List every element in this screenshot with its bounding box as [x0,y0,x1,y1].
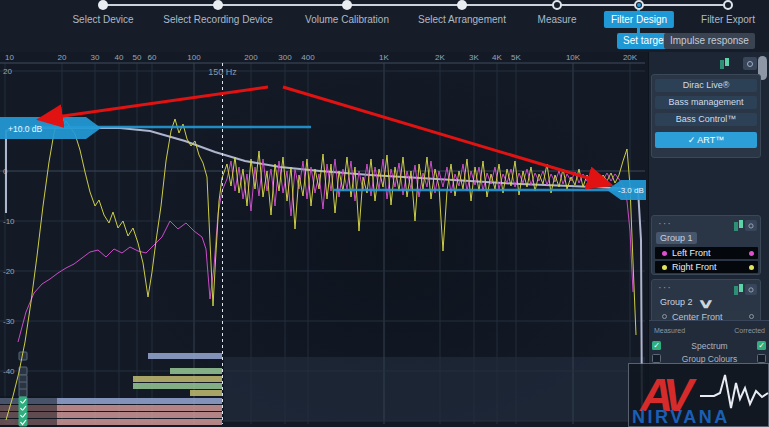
speaker-checkbox[interactable] [19,389,27,397]
freq-tick-label: 300 [278,53,292,62]
av-nirvana-logo: AV NIRVANA [628,363,769,427]
freq-tick-label: 20K [623,53,638,62]
freq-tick-label: 50 [133,53,142,62]
target-handle-plus10-label: +10.0 dB [8,124,43,134]
group-card-1: ···Group 1Left FrontRight Front [651,215,761,275]
frequency-response-chart[interactable]: 1020304050601002003004001K2K3K4K5K10K20K… [0,52,648,427]
speaker-name: Right Front [672,262,717,272]
freq-tick-label: 100 [187,53,201,62]
freq-tick-label: 200 [244,53,258,62]
subtab-impulse-response[interactable]: Impulse response [664,33,755,49]
freq-tick-label: 20 [58,53,67,62]
speaker-color-dot [749,265,754,270]
measured-column-label: Measured [654,327,685,334]
group-menu-icon[interactable]: ··· [658,219,672,227]
group-name[interactable]: Group 1 [656,232,697,244]
dirac-live-window: { "nav": { "steps": [ {"label":"Select D… [0,0,769,427]
logo-nirvana-text: NIRVANA [632,407,730,427]
speaker-range-bar [190,390,222,396]
freq-tick-label: 4K [492,53,502,62]
freq-tick-label: 400 [301,53,315,62]
legend-checkbox-corrected-spectrum[interactable]: ✓ [757,341,766,350]
step-label-measure[interactable]: Measure [538,14,577,25]
db-tick-label: 20 [3,67,12,76]
tech-button-diraclive[interactable]: Dirac Live® [655,79,757,92]
speaker-range-bar [133,376,222,382]
freq-tick-label: 3K [469,53,479,62]
step-label-filter-export[interactable]: Filter Export [701,14,755,25]
speaker-color-dot [662,265,667,270]
freq-tick-label: 10 [5,53,14,62]
group-name[interactable]: Group 2 [656,296,697,308]
legend-checkbox-corrected-group-colours[interactable] [757,354,766,363]
cursor-frequency-label: 150 Hz [208,67,237,77]
legend-row-label: Spectrum [649,341,769,351]
meter-panel-right [224,357,645,421]
freq-tick-label: 2K [435,53,445,62]
corrected-column-label: Corrected [734,327,765,334]
db-tick-label: -40 [3,367,15,376]
speaker-range-bar [148,353,222,359]
db-tick-label: -30 [3,317,15,326]
speaker-empty-ring [749,314,754,319]
step-dot-1[interactable] [213,0,223,10]
step-label-volume-calibration[interactable]: Volume Calibration [305,14,389,25]
freq-tick-label: 60 [148,53,157,62]
step-label-filter-design[interactable]: Filter Design [604,11,674,28]
step-navigation: Select DeviceSelect Recording DeviceVolu… [0,0,769,52]
tech-button-bassmanagement[interactable]: Bass management [655,96,757,109]
group-visibility-icon[interactable] [745,220,757,231]
db-tick-label: -10 [3,217,15,226]
speaker-row-left-front[interactable]: Left Front [655,247,758,259]
freq-tick-label: 30 [91,53,100,62]
target-handle-minus3-label: -3.0 dB [618,186,644,195]
step-label-select-arrangement[interactable]: Select Arrangement [418,14,506,25]
speaker-row-right-front[interactable]: Right Front [655,261,758,273]
legend-checkbox-measured-spectrum[interactable]: ✓ [652,341,661,350]
freq-tick-label: 40 [115,53,124,62]
step-dot-0[interactable] [98,0,108,10]
chevron-down-icon[interactable]: ∨ [697,296,714,311]
freq-tick-label: 1K [379,53,389,62]
group-colors-icon[interactable] [720,58,732,70]
legend-checkbox-measured-group-colours[interactable] [652,354,661,363]
speaker-range-bar [170,368,222,374]
speaker-color-dot [749,251,754,256]
step-dot-4[interactable] [552,0,562,10]
step-dot-5[interactable] [634,0,644,10]
group-menu-icon[interactable]: ··· [658,283,672,291]
step-dot-2[interactable] [342,0,352,10]
step-label-select-device[interactable]: Select Device [72,14,133,25]
tech-button-basscontrol[interactable]: Bass Control™ [655,113,757,126]
step-label-select-recording-device[interactable]: Select Recording Device [163,14,273,25]
step-dot-3[interactable] [457,0,467,10]
speaker-name: Left Front [672,248,711,258]
freq-tick-label: 10K [566,53,581,62]
speaker-empty-ring [662,314,667,319]
db-tick-label: -20 [3,267,15,276]
technology-card: Dirac Live®Bass managementBass Control™✓… [651,74,761,158]
freq-tick-label: 5K [511,53,521,62]
tech-button-art[interactable]: ✓ ART™ [655,132,757,148]
group-visibility-icon[interactable] [745,284,757,295]
speaker-range-bar [133,383,222,389]
speaker-color-dot [662,251,667,256]
gear-icon[interactable] [743,57,757,70]
step-dot-6[interactable] [723,0,733,10]
